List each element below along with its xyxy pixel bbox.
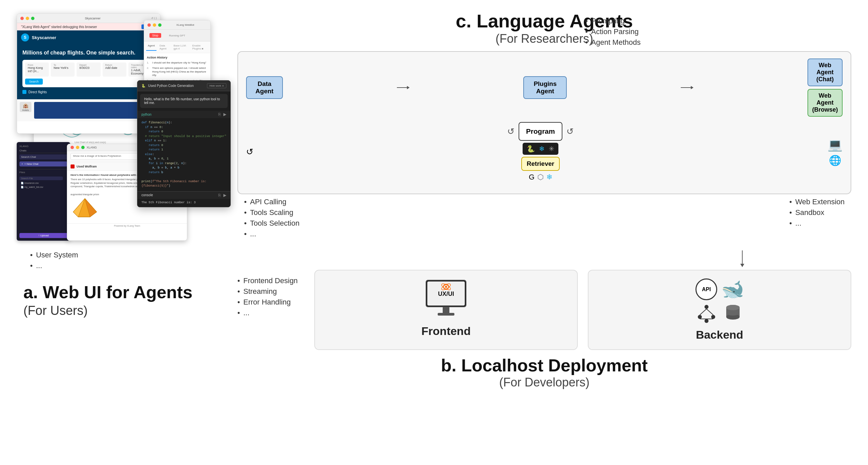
xlang-title: XLang WebBot (163, 23, 207, 26)
close-dot[interactable] (21, 17, 24, 20)
wolfram-used-label: Used Wolfram (76, 165, 97, 168)
sky-logo-icon: S (21, 33, 29, 41)
from-field[interactable]: From Hong Kong Int'l (H... (25, 63, 49, 76)
bottom-chat-area: ↑ Upload (20, 233, 67, 238)
files-label: Files (20, 171, 67, 174)
shape-display: augmented triangular prism (70, 193, 99, 219)
copy-icon[interactable]: ⎘ (218, 112, 221, 117)
agent-tabs: Agent Data Agent Base LLM: gpt-4 Enable … (144, 41, 210, 53)
depart-field[interactable]: Depart 8/30/23 (76, 63, 100, 76)
wf-close[interactable] (70, 146, 74, 149)
console-run-icon[interactable]: ▶ (223, 193, 226, 197)
action-num-1: 1. (147, 61, 151, 64)
c-feat-3: Agent Methods (585, 38, 641, 47)
shape-name-label: augmented triangular prism (70, 193, 99, 195)
bullet-user-system: User System (30, 251, 78, 259)
action-history-title: Action History (147, 56, 208, 59)
data-agent-icons: ↺ (246, 147, 253, 157)
fe-feat-3: Error Handling (238, 298, 304, 307)
xlang-titlebar: XLang WebBot (144, 21, 210, 30)
search-flights-button[interactable]: Search (25, 79, 43, 85)
xlang-chat-sidebar: XLANG Chats Search Chat + + New Chat Fil… (17, 142, 70, 241)
run-icon[interactable]: ▶ (223, 112, 226, 117)
web-feat-2: Sandbox (789, 208, 845, 217)
section-c-header: c. Language Agents (For Researchers) (238, 10, 851, 46)
svg-text:UX/UI: UX/UI (438, 290, 454, 297)
xlang-bot-bar: Stop Running GPT (144, 30, 210, 41)
svg-line-21 (700, 309, 707, 315)
section-a: Skyscanner ↺ ⟨ ⟩ "XLang Web Agent" start… (17, 10, 231, 455)
from-value: Hong Kong Int'l (H... (28, 66, 46, 73)
new-chat-label: + New Chat (24, 162, 38, 165)
wf-min[interactable] (76, 146, 79, 149)
web-feat-3: ... (789, 219, 845, 228)
stop-button[interactable]: Stop (150, 33, 161, 38)
plugins-agent-box: PluginsAgent (523, 76, 567, 99)
console-copy-icon[interactable]: ⎘ (218, 193, 221, 197)
snowflake-icon-2: ❄ (546, 173, 552, 182)
web-agent-chat-box: WebAgent(Chat) (807, 59, 843, 86)
section-b-subtitle: (For Developers) (238, 375, 851, 390)
browser-controls: ↺ ⟨ ⟩ (151, 17, 157, 20)
wf-max[interactable] (81, 146, 85, 149)
direct-flights-checkbox[interactable] (22, 90, 26, 94)
search-file-input[interactable] (20, 177, 63, 180)
section-a-subtitle: (For Users) (23, 304, 193, 318)
computer-icon: 💻 (828, 138, 843, 152)
bullet-user-system-text: User System (36, 251, 78, 259)
upload-button[interactable]: ↑ Upload (20, 233, 67, 238)
return-label: Return (105, 64, 124, 66)
fe-feat-2: Streaming (238, 287, 304, 296)
action-item-2: 2. There are options popped out. I shoul… (147, 66, 208, 77)
search-chat-item[interactable]: Search Chat (20, 154, 67, 159)
page-container: Skyscanner ↺ ⟨ ⟩ "XLang Web Agent" start… (0, 0, 868, 465)
xlang-max[interactable] (158, 23, 161, 27)
new-chat-button[interactable]: + + New Chat (20, 161, 67, 166)
tab-enable-plugins[interactable]: Enable Plugins ■ (191, 43, 208, 51)
hide-work-button[interactable]: Hide work ∧ (207, 83, 226, 88)
tab-agent[interactable]: Agent (146, 43, 156, 51)
fe-feat-1: Frontend Design (238, 276, 304, 285)
files-section: Files 📄 insurance.csv 📄 my_watch_list.cs… (20, 169, 67, 189)
section-a-bullet-list: User System ... (30, 251, 78, 270)
tab-data[interactable]: Data Agent (158, 43, 170, 51)
return-field[interactable]: Return Add date (103, 63, 126, 76)
down-arrow (740, 250, 744, 267)
svg-point-28 (726, 310, 740, 316)
min-dot[interactable] (26, 17, 29, 20)
plus-icon: + (22, 162, 23, 165)
python-label: python (142, 113, 152, 116)
api-icon: API (695, 278, 717, 300)
xlang-close[interactable] (148, 23, 151, 27)
web-agents-stack: WebAgent(Chat) WebAgent(Browse) (807, 59, 843, 117)
refresh-icon-1: ↺ (246, 147, 253, 157)
refresh-right-icon: ↺ (566, 126, 574, 137)
python-icon: 🐍 (142, 84, 146, 88)
section-a-title: a. Web UI for Agents (23, 282, 193, 302)
console-bar: console ⎘ ▶ (137, 191, 230, 199)
section-c-subtitle: (For Researchers) (238, 32, 851, 46)
wolfram-red-icon (70, 164, 74, 168)
program-box: Program (519, 122, 562, 141)
frontend-box: UX/UI Frontend (314, 270, 578, 350)
screenshot-stack: Skyscanner ↺ ⟨ ⟩ "XLang Web Agent" start… (17, 13, 224, 247)
max-dot[interactable] (31, 17, 34, 20)
fe-feat-4: ... (238, 309, 304, 317)
to-field[interactable]: To New York's (51, 63, 74, 76)
agent-notification-bar: "XLang Web Agent" started debugging this… (17, 23, 160, 30)
asterisk-icon: ✳ (549, 145, 554, 153)
browser-titlebar: Skyscanner ↺ ⟨ ⟩ (17, 14, 160, 23)
xlang-min[interactable] (153, 23, 156, 27)
sidebar-hotels[interactable]: 🏨 Hotels (20, 102, 31, 112)
return-value: Add date (105, 66, 124, 69)
search-form[interactable]: From Hong Kong Int'l (H... To New York's… (22, 60, 155, 87)
down-arrow-area (238, 250, 851, 267)
svg-point-20 (705, 319, 709, 323)
console-controls: ⎘ ▶ (218, 193, 226, 197)
action-item-1: 1. I should set the departure city to "H… (147, 61, 208, 64)
svg-point-16 (445, 286, 447, 288)
url-bar[interactable]: Skyscanner (36, 17, 149, 20)
depart-value: 8/30/23 (79, 66, 98, 69)
tab-base-gpt[interactable]: Base LLM: gpt-4 (172, 43, 189, 51)
chat-sidebar-content: XLANG Chats Search Chat + + New Chat Fil… (17, 142, 70, 241)
